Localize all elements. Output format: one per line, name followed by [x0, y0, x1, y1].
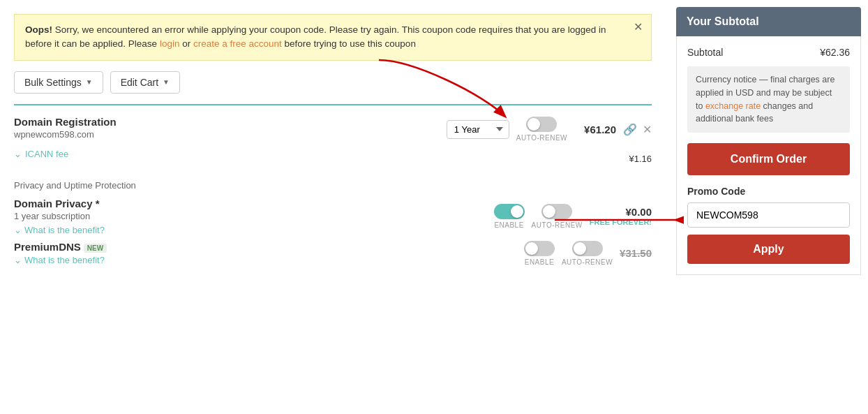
promo-input-container: [687, 202, 850, 235]
subtotal-label: Subtotal: [687, 47, 723, 58]
domain-remove-icon[interactable]: ✕: [643, 123, 652, 136]
icann-fee-row: ⌄ ICANN fee ¥1.16: [14, 149, 652, 170]
privacy-section-header: Privacy and Uptime Protection: [14, 180, 652, 191]
premium-dns-autorenew-toggle[interactable]: AUTO-RENEW: [562, 241, 613, 266]
domain-privacy-title: Domain Privacy *: [14, 198, 487, 209]
subtotal-row: Subtotal ¥62.36: [687, 47, 850, 58]
year-select[interactable]: 1 Year: [447, 120, 509, 139]
alert-create-account-link[interactable]: create a free account: [193, 38, 282, 49]
domain-privacy-row: Domain Privacy * 1 year subscription ⌄ W…: [14, 198, 652, 235]
bulk-settings-label: Bulk Settings: [24, 77, 82, 88]
edit-cart-arrow-icon: ▼: [163, 78, 170, 86]
premium-dns-benefit-link[interactable]: ⌄ What is the benefit?: [14, 255, 517, 265]
premium-dns-info: PremiumDNSNEW ⌄ What is the benefit?: [14, 241, 517, 265]
sidebar-body: Subtotal ¥62.36 Currency notice — final …: [676, 36, 861, 275]
domain-privacy-info: Domain Privacy * 1 year subscription ⌄ W…: [14, 198, 487, 235]
promo-code-input[interactable]: [687, 202, 850, 228]
currency-notice: Currency notice — final charges are appl…: [687, 66, 850, 133]
domain-privacy-free-tag: FREE FOREVER!: [590, 218, 652, 226]
domain-auto-renew-label: AUTO-RENEW: [516, 134, 567, 142]
apply-button[interactable]: Apply: [687, 235, 850, 264]
premium-dns-autorenew-label: AUTO-RENEW: [562, 258, 613, 266]
edit-cart-button[interactable]: Edit Cart ▼: [110, 71, 180, 94]
domain-privacy-price-block: ¥0.00 FREE FOREVER!: [590, 206, 652, 226]
premium-dns-autorenew-knob: [574, 242, 586, 255]
bulk-settings-button[interactable]: Bulk Settings ▼: [14, 71, 103, 94]
edit-cart-label: Edit Cart: [121, 77, 158, 88]
domain-privacy-autorenew-toggle[interactable]: AUTO-RENEW: [532, 204, 583, 229]
domain-registration-title: Domain Registration: [14, 116, 440, 128]
domain-auto-renew-toggle[interactable]: AUTO-RENEW: [516, 117, 567, 142]
premium-dns-benefit-chevron-icon: ⌄: [14, 255, 22, 265]
sidebar: Your Subtotal Subtotal ¥62.36 Currency n…: [666, 7, 861, 407]
premium-dns-row: PremiumDNSNEW ⌄ What is the benefit? ENA…: [14, 241, 652, 266]
domain-actions: 🔗 ✕: [623, 123, 652, 136]
page-wrapper: ✕ Oops! Sorry, we encountered an error w…: [0, 0, 868, 414]
premium-dns-controls: ENABLE AUTO-RENEW ¥31.50: [524, 241, 652, 266]
domain-auto-renew-knob: [527, 118, 540, 131]
subtotal-value: ¥62.36: [820, 47, 850, 58]
domain-privacy-subtitle: 1 year subscription: [14, 211, 487, 221]
domain-link-icon[interactable]: 🔗: [623, 123, 637, 136]
exchange-rate-link[interactable]: exchange rate: [705, 101, 761, 111]
domain-privacy-enable-knob: [511, 205, 523, 218]
premium-dns-price: ¥31.50: [620, 247, 652, 259]
domain-privacy-price: ¥0.00: [590, 206, 652, 218]
icann-fee-price: ¥1.16: [629, 154, 652, 164]
domain-registration-row: Domain Registration wpnewcom598.com 1 Ye…: [14, 116, 652, 143]
alert-oops: Oops!: [25, 24, 52, 35]
icann-fee-label: ICANN fee: [25, 149, 68, 159]
domain-privacy-benefit-link[interactable]: ⌄ What is the benefit?: [14, 225, 487, 235]
premium-dns-title: PremiumDNSNEW: [14, 241, 517, 253]
premium-dns-new-badge: NEW: [84, 244, 107, 253]
premium-dns-enable-knob: [525, 242, 538, 255]
domain-auto-renew-track[interactable]: [526, 117, 557, 132]
domain-privacy-enable-track[interactable]: [494, 204, 525, 219]
domain-price: ¥61.20: [574, 124, 616, 135]
domain-registration-info: Domain Registration wpnewcom598.com: [14, 116, 440, 143]
alert-text: Oops! Sorry, we encountered an error whi…: [25, 24, 606, 49]
promo-label: Promo Code: [687, 186, 850, 197]
domain-privacy-autorenew-label: AUTO-RENEW: [532, 221, 583, 229]
icann-chevron-icon: ⌄: [14, 149, 22, 159]
premium-dns-enable-track[interactable]: [524, 241, 555, 256]
premium-dns-enable-toggle[interactable]: ENABLE: [524, 241, 555, 266]
domain-privacy-enable-label: ENABLE: [494, 221, 523, 229]
domain-privacy-autorenew-knob: [543, 205, 555, 218]
benefit-chevron-icon: ⌄: [14, 225, 22, 235]
domain-name: wpnewcom598.com: [14, 129, 440, 140]
icann-fee-toggle[interactable]: ⌄ ICANN fee: [14, 149, 68, 159]
alert-close-button[interactable]: ✕: [634, 22, 643, 33]
premium-dns-autorenew-track[interactable]: [572, 241, 603, 256]
alert-suffix: before trying to use this coupon: [282, 38, 416, 49]
sidebar-header: Your Subtotal: [676, 7, 861, 36]
alert-banner: ✕ Oops! Sorry, we encountered an error w…: [14, 14, 652, 61]
alert-or: or: [179, 38, 193, 49]
domain-privacy-autorenew-track[interactable]: [541, 204, 572, 219]
domain-privacy-enable-toggle[interactable]: ENABLE: [494, 204, 525, 229]
sidebar-title: Your Subtotal: [687, 15, 759, 27]
premium-dns-enable-label: ENABLE: [525, 258, 554, 266]
alert-login-link[interactable]: login: [160, 38, 180, 49]
bulk-settings-arrow-icon: ▼: [86, 78, 93, 86]
domain-privacy-controls: ENABLE AUTO-RENEW ¥0.00 FREE FOREVER!: [494, 204, 652, 229]
section-divider: [14, 104, 652, 105]
domain-registration-controls: 1 Year AUTO-RENEW ¥61.20 🔗 ✕: [447, 117, 652, 142]
toolbar: Bulk Settings ▼ Edit Cart ▼: [14, 71, 652, 94]
confirm-order-button[interactable]: Confirm Order: [687, 143, 850, 175]
main-content: ✕ Oops! Sorry, we encountered an error w…: [7, 7, 666, 407]
